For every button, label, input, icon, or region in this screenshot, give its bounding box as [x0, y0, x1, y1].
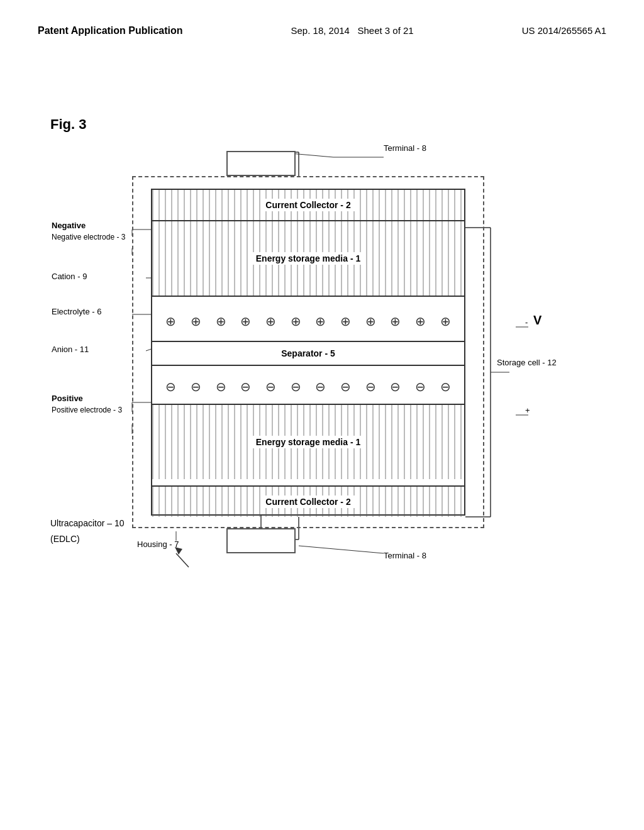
edlc-label: (EDLC): [50, 531, 125, 547]
separator: Separator - 5: [152, 341, 464, 366]
svg-line-8: [299, 546, 384, 553]
current-collector-top: Current Collector - 2: [152, 190, 464, 221]
terminal-top: [226, 151, 296, 176]
cation-label: Cation - 9: [52, 272, 87, 281]
terminal-top-label: Terminal - 8: [384, 143, 426, 153]
v-minus: -: [525, 318, 528, 327]
bottom-annotations: Ultracapacitor – 10 (EDLC): [50, 516, 125, 547]
current-collector-bottom: Current Collector - 2: [152, 485, 464, 517]
inner-box: Current Collector - 2 Energy storage med…: [151, 189, 465, 516]
negative-electrode-label: Negative Negative electrode - 3: [52, 220, 125, 243]
anion-label: Anion - 11: [52, 345, 89, 354]
storage-cell-label: Storage cell - 12: [497, 357, 557, 368]
anion-row: ⊖ ⊖ ⊖ ⊖ ⊖ ⊖ ⊖ ⊖ ⊖ ⊖ ⊖ ⊖: [152, 369, 464, 404]
energy-storage-top: Energy storage media - 1: [152, 221, 464, 297]
figure-label: Fig. 3: [50, 116, 86, 133]
ultracapacitor-label: Ultracapacitor – 10: [50, 516, 125, 531]
positive-electrode-label: Positive Positive electrode - 3: [52, 393, 122, 416]
cation-row: ⊕ ⊕ ⊕ ⊕ ⊕ ⊕ ⊕ ⊕ ⊕ ⊕ ⊕ ⊕: [152, 302, 464, 341]
svg-line-25: [176, 553, 189, 567]
v-plus: +: [525, 406, 530, 415]
housing-label: Housing - 7: [137, 540, 179, 549]
patent-number: US 2014/265565 A1: [522, 25, 606, 36]
electrolyte-label: Electrolyte - 6: [52, 307, 101, 316]
publication-date: Sep. 18, 2014: [291, 25, 350, 36]
energy-storage-bottom: Energy storage media - 1: [152, 404, 464, 479]
sheet-info: Sheet 3 of 21: [357, 25, 413, 36]
header-center: Sep. 18, 2014 Sheet 3 of 21: [291, 25, 414, 36]
terminal-bottom-label: Terminal - 8: [384, 551, 426, 560]
terminal-bottom: [226, 528, 296, 553]
v-label: V: [533, 313, 541, 328]
publication-title: Patent Application Publication: [38, 25, 183, 36]
diagram-area: Terminal - 8 Current Collector - 2 Energ…: [50, 138, 591, 578]
